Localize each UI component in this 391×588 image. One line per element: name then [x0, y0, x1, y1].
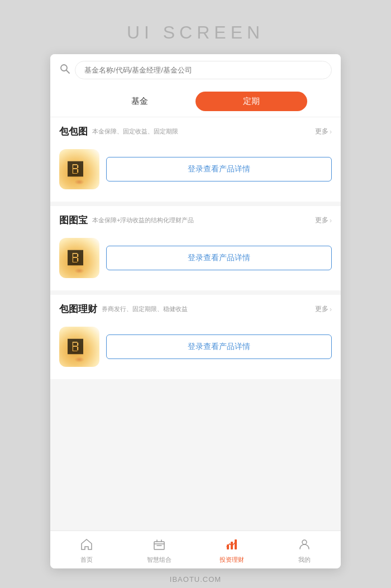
nav-item-wisdom[interactable]: 智慧组合 [123, 536, 196, 566]
product-icon-decoration-3: 🅱 [68, 338, 83, 356]
section-tutubao: 图图宝 本金保障+浮动收益的结构化理财产品 更多 › 🅱 登录查看产品详情 [50, 206, 341, 290]
product-icon-3: 🅱 [59, 327, 99, 367]
attribution-label: IBAOTU.COM [170, 568, 221, 588]
search-bar [50, 54, 341, 86]
section-title-group-1: 包包图 本金保障、固定收益、固定期限 [59, 125, 178, 138]
product-icon-decoration-1: 🅱 [68, 160, 83, 179]
chevron-icon-2: › [330, 217, 332, 224]
section-title-1: 包包图 [59, 125, 88, 138]
section-title-group-3: 包图理财 券商发行、固定期限、稳健收益 [59, 303, 188, 315]
chevron-icon-1: › [330, 128, 332, 136]
tab-fund[interactable]: 基金 [84, 92, 196, 111]
box-icon [152, 538, 166, 553]
chevron-icon-3: › [330, 305, 332, 313]
section-title-2: 图图宝 [59, 214, 88, 227]
svg-line-1 [66, 70, 69, 73]
chart-icon [225, 538, 239, 553]
phone-container: 基金 定期 包包图 本金保障、固定收益、固定期限 更多 › [50, 54, 341, 568]
more-link-1[interactable]: 更多 › [315, 127, 332, 136]
nav-item-home[interactable]: 首页 [50, 536, 123, 566]
search-input[interactable] [75, 61, 332, 79]
login-btn-2[interactable]: 登录查看产品详情 [106, 246, 332, 270]
product-icon-decoration-2: 🅱 [68, 249, 83, 267]
login-btn-3[interactable]: 登录查看产品详情 [106, 334, 332, 359]
person-icon [298, 538, 311, 553]
more-label-1: 更多 [315, 127, 328, 136]
section-baobao: 包包图 本金保障、固定收益、固定期限 更多 › 🅱 登录查看产品详情 [50, 117, 341, 202]
nav-item-invest[interactable]: 投资理财 [196, 536, 268, 566]
more-link-2[interactable]: 更多 › [315, 216, 332, 225]
search-icon [59, 63, 70, 77]
login-btn-1[interactable]: 登录查看产品详情 [106, 157, 332, 181]
section-header-tutubao: 图图宝 本金保障+浮动收益的结构化理财产品 更多 › [59, 214, 332, 227]
content-area: 包包图 本金保障、固定收益、固定期限 更多 › 🅱 登录查看产品详情 [50, 117, 341, 530]
section-baotulicai: 包图理财 券商发行、固定期限、稳健收益 更多 › 🅱 登录查看产品详情 [50, 295, 341, 379]
nav-item-mine[interactable]: 我的 [268, 536, 341, 566]
product-card-2: 🅱 登录查看产品详情 [59, 233, 332, 283]
product-card-1: 🅱 登录查看产品详情 [59, 145, 332, 194]
more-label-3: 更多 [315, 304, 328, 314]
product-card-3: 🅱 登录查看产品详情 [59, 322, 332, 371]
svg-rect-5 [235, 539, 237, 549]
more-link-3[interactable]: 更多 › [315, 304, 332, 314]
tab-fixed[interactable]: 定期 [196, 92, 307, 111]
more-label-2: 更多 [315, 216, 328, 225]
bottom-nav: 首页 智慧组合 [50, 530, 341, 568]
section-header-baobao: 包包图 本金保障、固定收益、固定期限 更多 › [59, 125, 332, 138]
svg-point-0 [61, 65, 67, 71]
screen-title-label: UI SCREEN [127, 22, 264, 43]
home-icon [80, 538, 93, 553]
section-desc-2: 本金保障+浮动收益的结构化理财产品 [92, 216, 194, 224]
section-header-baotulicai: 包图理财 券商发行、固定期限、稳健收益 更多 › [59, 303, 332, 315]
section-title-3: 包图理财 [59, 303, 97, 315]
section-title-group-2: 图图宝 本金保障+浮动收益的结构化理财产品 [59, 214, 194, 227]
screen-wrapper: UI SCREEN 基金 定期 包包图 本 [0, 0, 391, 588]
product-icon-2: 🅱 [59, 238, 99, 278]
nav-label-wisdom: 智慧组合 [147, 556, 171, 564]
product-icon-1: 🅱 [59, 149, 99, 189]
nav-label-mine: 我的 [298, 556, 311, 564]
nav-label-home: 首页 [80, 556, 93, 564]
svg-point-6 [302, 540, 307, 544]
nav-label-invest: 投资理财 [220, 556, 244, 564]
section-desc-1: 本金保障、固定收益、固定期限 [92, 127, 178, 136]
tab-bar: 基金 定期 [50, 86, 341, 117]
section-desc-3: 券商发行、固定期限、稳健收益 [102, 305, 188, 313]
